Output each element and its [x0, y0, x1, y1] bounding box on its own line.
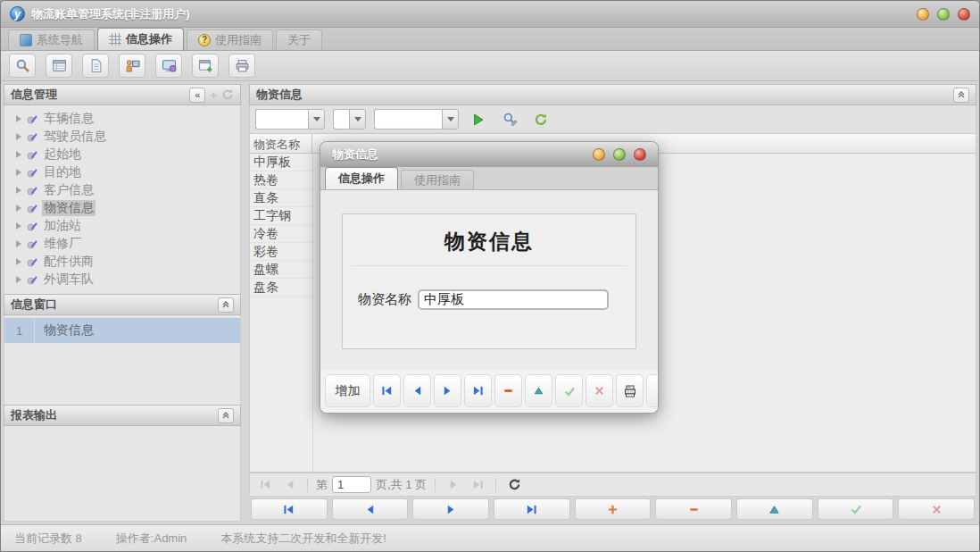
expand-arrow-icon[interactable] [16, 169, 21, 176]
tree-item-parts-supplier[interactable]: 配件供商 [4, 253, 240, 271]
table-row[interactable]: 盘条 [250, 279, 312, 297]
last-page-button[interactable] [468, 475, 487, 494]
tree-item-origin[interactable]: 起始地 [4, 146, 240, 163]
add-button[interactable]: 增加 [325, 374, 370, 407]
next-record-button[interactable] [434, 374, 461, 407]
tree-item-driver-info[interactable]: 驾驶员信息 [4, 128, 240, 146]
expand-arrow-icon[interactable] [16, 240, 21, 247]
collapse-up-icon[interactable] [218, 297, 234, 313]
reload-button[interactable] [504, 475, 524, 494]
collapse-up-icon[interactable] [953, 88, 969, 103]
cancel-record-button[interactable] [898, 498, 975, 520]
page-number-input[interactable] [332, 476, 371, 493]
print-button[interactable] [616, 374, 644, 407]
panel-title: 信息窗口 [11, 297, 57, 313]
tree-item-customer-info[interactable]: 客户信息 [4, 181, 240, 199]
refresh-icon[interactable] [221, 88, 234, 101]
edit-record-button[interactable] [736, 498, 813, 520]
new-window-button[interactable] [192, 54, 219, 78]
monitor-button[interactable] [155, 54, 182, 78]
tab-user-guide[interactable]: ? 使用指南 [187, 29, 273, 50]
chevron-down-icon[interactable] [308, 109, 325, 130]
table-row[interactable]: 热卷 [250, 171, 312, 189]
column-header[interactable]: 物资名称 [250, 134, 312, 153]
tab-system-nav[interactable]: 系统导航 [8, 29, 95, 50]
chevron-down-icon[interactable] [349, 109, 366, 130]
collapse-up-icon[interactable] [218, 408, 234, 423]
add-record-button[interactable] [575, 498, 652, 520]
more-button[interactable] [646, 374, 658, 407]
advanced-search-button[interactable] [498, 109, 521, 130]
filter-field-combo[interactable] [255, 109, 325, 130]
save-record-button[interactable] [555, 374, 583, 407]
divider [307, 478, 308, 492]
edit-record-button[interactable] [525, 374, 552, 407]
expand-arrow-icon[interactable] [16, 222, 21, 230]
report-output-header[interactable]: 报表输出 [4, 405, 241, 426]
info-window-row[interactable]: 1 物资信息 [4, 318, 240, 343]
dialog-close-button[interactable] [634, 148, 646, 161]
expand-arrow-icon[interactable] [16, 258, 21, 265]
last-record-button[interactable] [494, 498, 570, 520]
tree-item-gas-station[interactable]: 加油站 [4, 217, 240, 235]
dialog-maximize-button[interactable] [613, 148, 626, 161]
prev-record-button[interactable] [332, 498, 409, 520]
tree-item-destination[interactable]: 目的地 [4, 163, 240, 181]
save-record-button[interactable] [818, 498, 894, 520]
next-page-button[interactable] [444, 475, 463, 494]
table-row[interactable]: 彩卷 [250, 243, 312, 261]
next-record-button[interactable] [412, 498, 489, 520]
collapse-left-icon[interactable]: « [189, 88, 205, 103]
document-button[interactable] [82, 54, 109, 78]
filter-value-combo[interactable] [374, 109, 459, 130]
table-row[interactable]: 工字钢 [250, 207, 312, 225]
table-row[interactable]: 直条 [250, 189, 312, 207]
material-name-input[interactable] [418, 289, 609, 310]
content-header[interactable]: 物资信息 [249, 84, 976, 105]
chevron-down-icon[interactable] [442, 109, 459, 130]
table-view-button[interactable] [46, 54, 72, 78]
operator-report-button[interactable] [119, 54, 145, 78]
run-query-button[interactable] [467, 109, 490, 130]
panel-splitter[interactable] [241, 84, 249, 522]
prev-page-button[interactable] [279, 475, 299, 494]
first-record-button[interactable] [251, 498, 328, 520]
tab-about[interactable]: 关于 [276, 29, 322, 50]
expand-arrow-icon[interactable] [16, 187, 21, 194]
info-management-header[interactable]: 信息管理 « + [4, 84, 241, 105]
last-record-button[interactable] [464, 374, 492, 407]
maximize-button[interactable] [937, 8, 950, 21]
first-page-button[interactable] [255, 475, 275, 494]
delete-record-button[interactable] [655, 498, 732, 520]
expand-arrow-icon[interactable] [16, 115, 21, 122]
refresh-button[interactable] [529, 109, 552, 130]
tree-item-external-fleet[interactable]: 外调车队 [4, 271, 240, 289]
printer-button[interactable] [228, 54, 255, 78]
filter-operator-combo[interactable] [333, 109, 366, 130]
dialog-titlebar[interactable]: 物资信息 [320, 142, 658, 167]
dialog-tab-user-guide[interactable]: 使用指南 [401, 170, 474, 189]
first-record-button[interactable] [373, 374, 401, 407]
tab-info-ops[interactable]: 信息操作 [97, 28, 184, 50]
expand-arrow-icon[interactable] [16, 151, 21, 158]
tree-item-vehicle-info[interactable]: 车辆信息 [4, 110, 240, 128]
expand-arrow-icon[interactable] [16, 276, 21, 283]
search-button[interactable] [9, 54, 36, 78]
table-row[interactable]: 盘螺 [250, 261, 312, 279]
close-button[interactable] [958, 8, 970, 21]
dialog-minimize-button[interactable] [593, 148, 605, 161]
prev-record-button[interactable] [403, 374, 431, 407]
expand-arrow-icon[interactable] [16, 133, 21, 140]
minimize-button[interactable] [917, 8, 929, 21]
info-window-header[interactable]: 信息窗口 [4, 294, 241, 315]
expand-arrow-icon[interactable] [16, 205, 21, 212]
delete-record-button[interactable] [494, 374, 522, 407]
dialog-tab-info-ops[interactable]: 信息操作 [325, 167, 398, 189]
tree-item-repair-shop[interactable]: 维修厂 [4, 235, 240, 253]
add-node-icon[interactable]: + [210, 88, 217, 102]
tree-item-material-info[interactable]: 物资信息 [4, 199, 240, 217]
table-row[interactable]: 冷卷 [250, 225, 312, 243]
cancel-record-button[interactable] [586, 374, 613, 407]
table-row[interactable]: 中厚板 [250, 154, 312, 171]
tool-icon [26, 167, 37, 179]
